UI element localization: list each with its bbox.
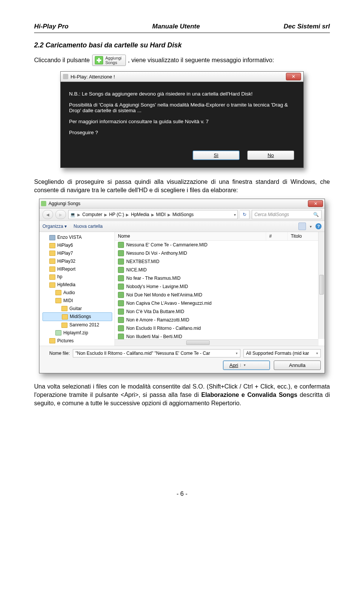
tree-label: Pictures [57,338,74,344]
search-icon: 🔍 [313,212,319,217]
cancel-button-label: Annulla [289,362,305,368]
tree-item[interactable]: Hiplaymf.zip [42,329,115,337]
paragraph-1b: , viene visualizzato il seguente messagg… [128,56,274,64]
open-button[interactable]: Apri ▼ [223,360,270,370]
tree-item[interactable]: Pictures [42,337,115,345]
doc-header-right: Dec Sistemi srl [284,23,330,30]
tree-item[interactable]: hp [42,273,115,281]
tree-item[interactable]: MIDI [42,297,115,305]
breadcrumb[interactable]: 💻 ▶ Computer ▶ HP (C:) ▶ HpMedia ▶ MIDI … [68,210,238,219]
folder-icon [55,290,61,295]
filename-value: "Non Escludo Il Ritorno - Califano.mid" … [75,351,210,356]
file-item[interactable]: Non Escludo Il Ritorno - Califano.mid [115,324,325,332]
midi-icon [118,292,124,298]
folder-icon [49,274,55,280]
file-item[interactable]: Non C'è Vita Da Buttare.MID [115,307,325,316]
file-label: Nessuna E' Come Te - Cammariere.MID [126,241,207,248]
paragraph-2: Scegliendo di proseguire si passa quindi… [34,178,330,194]
help-icon[interactable]: ? [315,223,322,229]
folder-icon [62,314,68,320]
attention-dialog: Hi-Play: Attenzione ! ✕ N.B.: Le Songs d… [60,71,304,168]
yes-button[interactable]: Sì [193,150,240,160]
tree-label: MIDI [63,298,73,304]
organize-button[interactable]: Organizza ▾ [42,224,67,229]
open-button-label: Apri [229,362,238,368]
folder-tree[interactable]: Enzo VISTAHiPlay6HiPlay7HiPlay32HIReport… [39,232,115,346]
folder-icon [61,306,67,311]
file-item[interactable]: Noi Due Nel Mondo e Nell'Anima.MID [115,291,325,299]
bc-seg-0[interactable]: Computer [82,212,102,217]
nav-back-button[interactable]: ◄ [42,210,53,219]
column-name[interactable]: Nome [115,232,266,240]
zip-icon [55,330,61,335]
close-icon[interactable]: ✕ [308,200,323,207]
tree-label: HiPlay7 [57,250,73,257]
new-folder-button[interactable]: Nuova cartella [74,224,103,229]
tree-item[interactable]: Guitar [42,305,115,313]
folder-icon [49,338,55,343]
tree-item[interactable]: Enzo VISTA [42,234,115,241]
file-item[interactable]: NICE.MID [115,266,325,274]
tree-label: HpMedia [57,282,75,288]
tree-label: HIReport [57,266,75,273]
view-dropdown-icon[interactable]: ▾ [310,224,312,229]
midi-icon [118,267,124,273]
column-num[interactable]: # [266,232,288,240]
file-item[interactable]: Non Capiva Che L'Avavo - Meneguzzi.mid [115,299,325,307]
refresh-button[interactable]: ↻ [240,210,249,219]
tree-item[interactable]: HIReport [42,265,115,273]
tree-item[interactable]: HiPlay32 [42,257,115,265]
midi-icon [118,325,124,331]
search-input[interactable]: Cerca MidiSongs 🔍 [252,210,322,219]
dialog-title: Hi-Play: Attenzione ! [71,74,115,80]
bc-seg-2[interactable]: HpMedia [131,212,149,217]
no-button-label: No [268,152,274,158]
file-dialog-title: Aggiungi Songs [49,201,80,206]
nav-forward-button[interactable]: ► [55,210,66,219]
filename-input[interactable]: "Non Escludo Il Ritorno - Califano.mid" … [73,349,240,357]
drive-icon [49,235,55,240]
file-label: Non C'è Vita Da Buttare.MID [126,308,184,315]
tree-item[interactable]: Audio [42,289,115,297]
tree-item[interactable]: HiPlay6 [42,241,115,249]
midi-icon [118,284,124,290]
tree-label: Hiplaymf.zip [63,330,88,336]
tree-item[interactable]: MidiSongs [42,312,112,321]
aggiungi-songs-label: Aggiungi Songs [105,56,122,65]
midi-icon [118,275,124,281]
tree-item[interactable]: HiPlay7 [42,249,115,257]
dialog-line-4: Proseguire ? [69,130,295,135]
file-item[interactable]: Nessuno Di Voi - Anthony.MID [115,249,325,257]
tree-item[interactable]: Sanremo 2012 [42,321,115,329]
rule [34,33,330,33]
file-item[interactable]: Nobody's Home - Lavigne.MID [115,282,325,291]
midi-icon [118,242,124,248]
view-icon[interactable] [298,223,306,230]
midi-icon [118,317,124,323]
file-item[interactable]: NEXTBEST.MID [115,257,325,266]
bc-seg-3[interactable]: MIDI [156,212,166,217]
aggiungi-songs-button[interactable]: Aggiungi Songs [92,55,126,66]
file-label: Non Capiva Che L'Avavo - Meneguzzi.mid [126,300,212,307]
tree-label: Audio [63,290,75,296]
dialog-line-1: N.B.: Le Songs da aggiungere devono già … [69,91,295,97]
file-item[interactable]: No fear - The Rasmus.MID [115,274,325,282]
format-label: All Supported Formats (mid kar [246,351,309,356]
horizontal-scrollbar[interactable] [115,339,318,346]
file-item[interactable]: Nessuna E' Come Te - Cammariere.MID [115,241,325,249]
tree-item[interactable]: HpMedia [42,281,115,289]
cancel-button[interactable]: Annulla [274,360,321,370]
close-icon[interactable]: ✕ [286,73,301,80]
file-list[interactable]: Nome # Titolo Nessuna E' Come Te - Camma… [115,232,325,346]
folder-icon [49,282,55,288]
bc-seg-4[interactable]: MidiSongs [173,212,194,217]
no-button[interactable]: No [247,150,294,160]
folder-icon [61,323,67,328]
file-item[interactable]: Non è Amore - Ramazzotti.MID [115,316,325,324]
vertical-scrollbar[interactable] [318,232,325,339]
format-select[interactable]: All Supported Formats (mid kar ▾ [243,349,321,357]
dialog-titlebar: Hi-Play: Attenzione ! ✕ [61,72,303,82]
folder-icon [55,298,61,303]
folder-icon [49,259,55,264]
bc-seg-1[interactable]: HP (C:) [109,212,124,217]
